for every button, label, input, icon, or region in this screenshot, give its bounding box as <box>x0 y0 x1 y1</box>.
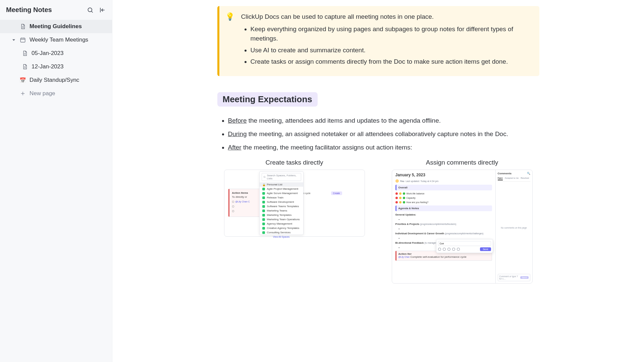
sidebar-item-label: Meeting Guidelines <box>30 23 106 30</box>
search-icon[interactable] <box>87 6 94 14</box>
expectation-keyword: Before <box>228 117 247 124</box>
svg-marker-6 <box>12 39 15 41</box>
space-item: Marketing Teams <box>260 208 303 213</box>
sidebar-item-label: Weekly Team Meetings <box>30 37 106 43</box>
space-color-icon <box>262 223 265 225</box>
space-item-label: Creative Agency Templates <box>267 227 300 230</box>
create-pill: Create <box>331 191 342 195</box>
sidebar-item-meeting-guidelines[interactable]: Meeting Guidelines <box>0 20 112 33</box>
search-mini-icon: 🔍 <box>527 172 530 175</box>
mini-send: Send <box>520 276 528 279</box>
sidebar: Meeting Notes Meeting Guidelines <box>0 0 112 362</box>
space-item: Software Development <box>260 200 303 204</box>
space-color-icon <box>262 201 265 203</box>
svg-point-0 <box>88 8 92 12</box>
space-item-selected: 🔒 Personal List <box>260 182 303 187</box>
svg-point-20 <box>264 176 265 178</box>
space-item: Consulting Services <box>260 230 303 235</box>
comment-popup: Send <box>436 239 493 253</box>
empty-bullet: • <box>395 228 492 230</box>
view-all-spaces: View All Spaces <box>260 235 303 239</box>
sidebar-item-weekly-team-meetings[interactable]: Weekly Team Meetings <box>0 33 112 47</box>
chevron-down-icon[interactable] <box>11 38 16 42</box>
assign-comments-illustration: January 5, 2023 You Last updated: Today … <box>392 170 533 284</box>
subsection: Priorities & Projects (progress/accompli… <box>395 223 492 226</box>
subsection: General Updates: <box>395 213 492 216</box>
svg-line-1 <box>92 11 93 12</box>
callout-lead: ClickUp Docs can be used to capture all … <box>241 12 531 22</box>
expectation-text: the meeting, an assigned notetaker or al… <box>247 130 508 137</box>
space-item-label: Agile Scrum Management <box>267 192 298 195</box>
section-agenda: Agenda & Notes <box>395 205 492 211</box>
sidebar-item-daily-standup[interactable]: 📅 Daily Standup/Sync <box>0 73 112 87</box>
lock-icon: 🔒 <box>262 183 265 186</box>
sidebar-item-label: 05-Jan-2023 <box>32 50 106 57</box>
svg-rect-7 <box>20 38 25 42</box>
space-color-icon <box>262 227 265 230</box>
avatar <box>395 179 399 183</box>
expectation-text: the meeting, attendees add items and upd… <box>247 117 441 124</box>
space-item-label: Software Teams Templates <box>267 205 299 208</box>
tab-assigned: Assigned to me <box>505 177 519 180</box>
space-item-label: Marketing Templates <box>267 214 292 217</box>
space-color-icon <box>262 209 265 212</box>
space-color-icon <box>262 214 265 217</box>
new-page-button[interactable]: New page <box>0 87 112 100</box>
doc-icon <box>19 23 26 29</box>
collapse-sidebar-icon[interactable] <box>99 6 106 14</box>
doc-icon <box>21 50 28 56</box>
column-title: Create tasks directly <box>265 159 323 166</box>
section-overall: Overall <box>395 185 492 190</box>
sidebar-header: Meeting Notes <box>0 6 112 20</box>
comments-header: Comments 🔍 <box>498 172 530 175</box>
document-body: 💡 ClickUp Docs can be used to capture al… <box>217 6 539 284</box>
empty-bullet: • <box>395 218 492 221</box>
space-picker-panel: Search Spaces, Folders, Lists 🔒 Personal… <box>259 171 304 235</box>
sidebar-item-12-jan-2023[interactable]: 12-Jan-2023 <box>0 60 112 73</box>
expectations-list: Before the meeting, attendees add items … <box>217 115 539 153</box>
space-item: Agency Management <box>260 222 303 226</box>
doc-icon <box>21 64 28 70</box>
space-item: Agile Project Management <box>260 187 303 191</box>
document-canvas[interactable]: 💡 ClickUp Docs can be used to capture al… <box>112 0 644 362</box>
expectation-item: During the meeting, an assigned notetake… <box>228 129 539 139</box>
callout-bullet: Use AI to create and summarize content. <box>251 46 531 55</box>
expectation-keyword: During <box>228 130 247 137</box>
expectation-keyword: After <box>228 144 241 151</box>
space-item: Software Teams Templates <box>260 204 303 208</box>
subsection: Individual Development & Career Growth (… <box>395 232 492 235</box>
mock-doc: January 5, 2023 You Last updated: Today … <box>392 170 495 283</box>
space-item-label: Marketing Team Operations <box>267 218 300 221</box>
sidebar-title: Meeting Notes <box>6 6 52 14</box>
space-search-placeholder: Search Spaces, Folders, Lists <box>267 174 300 180</box>
sidebar-item-label: Daily Standup/Sync <box>30 77 106 83</box>
space-item-label: Software Development <box>267 200 294 203</box>
svg-line-21 <box>265 178 265 178</box>
comments-empty: No comments on this page <box>498 184 530 272</box>
status-row: How are you feeling? <box>395 201 492 203</box>
illustration-columns: Create tasks directly Action Items To di… <box>217 159 539 284</box>
space-color-icon <box>262 192 265 195</box>
space-item: Marketing Templates <box>260 213 303 217</box>
sidebar-item-05-jan-2023[interactable]: 05-Jan-2023 <box>0 47 112 60</box>
action-items-card: Action Iter @Lily Chan Complete self-eva… <box>395 251 492 261</box>
callout-bullet: Keep everything organized by using pages… <box>251 24 531 44</box>
callout-bullets: Keep everything organized by using pages… <box>241 24 531 67</box>
calendar-emoji-icon: 📅 <box>19 77 26 83</box>
create-tasks-illustration: Action Items To directly cr @Lily Chan C… <box>224 170 365 237</box>
tab-resolved: Resolved <box>521 177 529 180</box>
space-item-label: Agency Management <box>267 222 292 225</box>
ai-line: @Lily Chan Complete self-evaluation for … <box>398 255 490 258</box>
callout-body: ClickUp Docs can be used to capture all … <box>241 12 531 69</box>
space-item-label: Consulting Services <box>267 231 291 234</box>
sidebar-item-label: 12-Jan-2023 <box>32 63 106 70</box>
space-color-icon <box>262 205 265 208</box>
comment-input <box>438 241 491 246</box>
lightbulb-icon: 💡 <box>225 12 234 69</box>
expectation-item: Before the meeting, attendees add items … <box>228 115 539 126</box>
space-item-label: Release Train <box>267 196 283 199</box>
status-row: Capacity <box>395 197 492 199</box>
page-tree: Meeting Guidelines Weekly Team Meetings … <box>0 20 112 100</box>
comments-tabs: Open Assigned to me Resolved <box>498 177 530 182</box>
expectation-item: After the meeting, the meeting facilitat… <box>228 142 539 153</box>
